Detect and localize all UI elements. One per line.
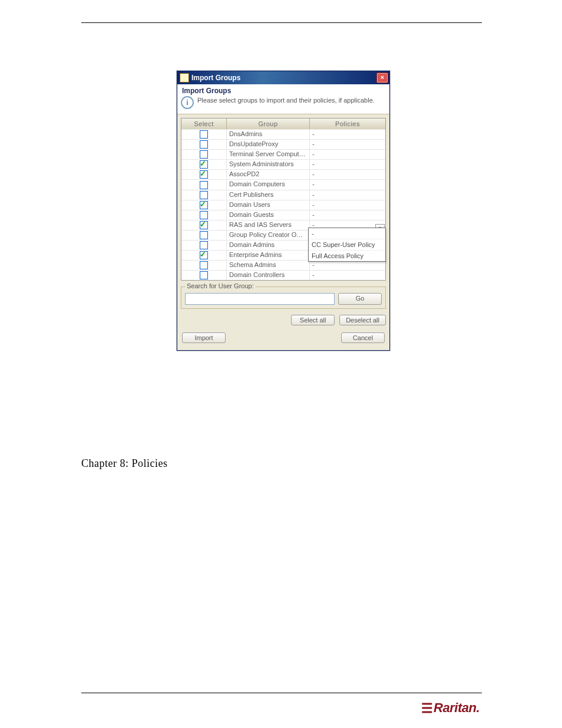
policy-cell[interactable]: - — [310, 150, 385, 159]
group-cell: Domain Users — [227, 200, 310, 210]
select-cell — [181, 241, 227, 250]
policy-option[interactable]: CC Super-User Policy — [309, 239, 385, 251]
checkbox[interactable] — [200, 261, 208, 269]
page-title: Chapter 8: Policies — [81, 457, 167, 470]
select-cell — [181, 190, 227, 200]
group-cell: Domain Controllers — [227, 271, 310, 280]
table-row: DnsAdmins- — [181, 129, 385, 139]
brand-logo: ☰Raritan. — [421, 700, 480, 716]
group-cell: Domain Guests — [227, 210, 310, 220]
selection-actions: Select all Deselect all — [181, 315, 386, 325]
select-cell — [181, 230, 227, 240]
col-policies-header: Policies — [310, 118, 385, 129]
select-cell — [181, 261, 227, 270]
page-top-rule — [81, 22, 482, 23]
checkbox[interactable] — [200, 130, 208, 139]
table-header: Select Group Policies — [181, 118, 385, 129]
table-row: DnsUpdateProxy- — [181, 139, 385, 149]
brand-name: Raritan — [434, 700, 476, 715]
checkbox[interactable] — [200, 241, 208, 249]
section-title: Import Groups — [181, 87, 385, 95]
select-cell — [181, 220, 227, 230]
policy-cell[interactable]: - — [310, 130, 385, 139]
checkbox[interactable] — [200, 201, 208, 209]
select-cell — [181, 251, 227, 260]
dialog-header: Import Groups i Please select groups to … — [177, 84, 389, 114]
page-bottom-rule — [81, 693, 482, 693]
table-row: AssocPD2- — [181, 169, 385, 179]
cancel-button[interactable]: Cancel — [341, 332, 385, 343]
group-cell: Domain Computers — [227, 180, 310, 189]
checkbox[interactable] — [200, 181, 208, 189]
window-title: Import Groups — [191, 74, 374, 82]
group-cell: Cert Publishers — [227, 190, 310, 200]
checkbox[interactable] — [200, 170, 208, 179]
group-cell: Terminal Server Computers — [227, 150, 310, 159]
checkbox[interactable] — [200, 191, 208, 199]
group-cell: DnsUpdateProxy — [227, 140, 310, 149]
select-cell — [181, 140, 227, 149]
select-cell — [181, 180, 227, 189]
brand-dot: . — [476, 700, 480, 715]
select-cell — [181, 170, 227, 179]
checkbox[interactable] — [200, 221, 208, 229]
select-cell — [181, 271, 227, 280]
policy-option[interactable]: - — [309, 228, 385, 239]
col-group-header: Group — [227, 118, 310, 129]
close-icon[interactable]: × — [376, 73, 388, 83]
select-all-button[interactable]: Select all — [291, 315, 335, 325]
search-input[interactable] — [185, 293, 335, 305]
policy-cell[interactable]: - — [310, 190, 385, 200]
deselect-all-button[interactable]: Deselect all — [339, 315, 386, 325]
table-row: Domain Computers- — [181, 179, 385, 189]
policy-cell[interactable]: - — [310, 261, 385, 270]
policy-cell[interactable]: - — [310, 200, 385, 210]
groups-table: Select Group Policies DnsAdmins-DnsUpdat… — [181, 118, 386, 281]
checkbox[interactable] — [200, 251, 208, 259]
group-cell: Domain Admins — [227, 241, 310, 250]
titlebar[interactable]: Import Groups × — [177, 71, 389, 84]
policy-cell[interactable]: - — [310, 271, 385, 280]
import-groups-dialog: Import Groups × Import Groups i Please s… — [177, 71, 390, 351]
group-cell: Schema Admins — [227, 261, 310, 270]
info-icon: i — [181, 96, 194, 109]
checkbox[interactable] — [200, 150, 208, 159]
group-cell: RAS and IAS Servers — [227, 220, 310, 230]
dialog-body: Select Group Policies DnsAdmins-DnsUpdat… — [177, 114, 389, 350]
checkbox[interactable] — [200, 140, 208, 149]
table-row: Domain Controllers- — [181, 270, 385, 280]
checkbox[interactable] — [200, 211, 208, 219]
checkbox[interactable] — [200, 271, 208, 279]
go-button[interactable]: Go — [338, 293, 382, 305]
select-cell — [181, 160, 227, 169]
policy-cell[interactable]: - — [310, 140, 385, 149]
policy-cell[interactable]: - — [310, 170, 385, 179]
select-cell — [181, 200, 227, 210]
policy-cell[interactable]: - — [310, 180, 385, 189]
table-row: Cert Publishers- — [181, 190, 385, 200]
group-cell: System Administrators — [227, 160, 310, 169]
select-cell — [181, 210, 227, 220]
search-fieldset: Search for User Group: Go — [181, 286, 386, 309]
group-cell: AssocPD2 — [227, 170, 310, 179]
table-row: Domain Guests- — [181, 210, 385, 220]
dialog-actions: Import Cancel — [181, 332, 386, 347]
search-legend: Search for User Group: — [185, 282, 256, 289]
group-cell: Group Policy Creator Owners — [227, 230, 310, 240]
import-button[interactable]: Import — [182, 332, 226, 343]
policy-cell[interactable]: - — [310, 210, 385, 220]
policy-cell[interactable]: - — [310, 160, 385, 169]
table-row: Domain Users- — [181, 200, 385, 210]
group-cell: Enterprise Admins — [227, 251, 310, 260]
col-select-header: Select — [181, 118, 227, 129]
brand-glyph-icon: ☰ — [421, 701, 433, 716]
policy-option[interactable]: Full Access Policy — [309, 251, 385, 261]
table-row: System Administrators- — [181, 159, 385, 169]
policy-dropdown: - CC Super-User Policy Full Access Polic… — [308, 228, 386, 262]
checkbox[interactable] — [200, 231, 208, 239]
group-cell: DnsAdmins — [227, 130, 310, 139]
table-row: Terminal Server Computers- — [181, 149, 385, 159]
select-cell — [181, 130, 227, 139]
checkbox[interactable] — [200, 160, 208, 169]
app-icon — [180, 73, 189, 83]
